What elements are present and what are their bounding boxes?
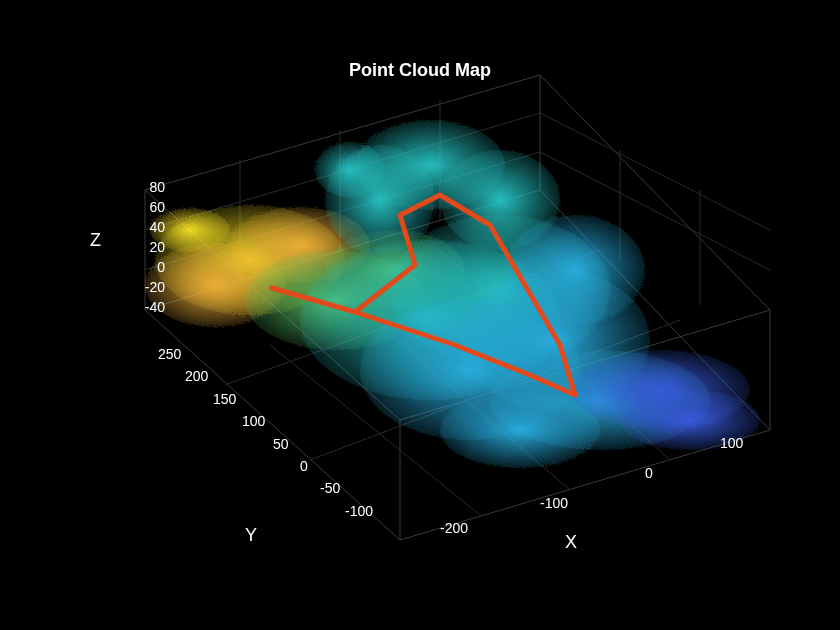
z-tick: -20 [130,279,165,295]
x-tick: -200 [440,520,468,536]
y-tick: 150 [213,391,236,407]
y-tick: 0 [300,458,308,474]
z-axis-label: Z [90,230,101,251]
axes-3d[interactable] [0,0,840,630]
z-tick: 60 [130,199,165,215]
y-tick: -100 [345,503,373,519]
x-tick: 0 [645,465,653,481]
z-tick: 80 [130,179,165,195]
y-tick: 100 [242,413,265,429]
y-tick: 50 [273,436,289,452]
point-cloud [145,120,760,468]
y-tick: 250 [158,346,181,362]
y-axis-label: Y [245,525,257,546]
svg-line-7 [540,113,770,230]
z-tick: -40 [130,299,165,315]
x-axis-label: X [565,532,577,553]
z-tick: 0 [130,259,165,275]
svg-point-34 [440,392,600,468]
y-tick: -50 [320,480,340,496]
svg-point-30 [505,215,645,325]
svg-point-36 [315,142,385,198]
x-tick: 100 [720,435,743,451]
x-tick: -100 [540,495,568,511]
y-tick: 200 [185,368,208,384]
z-tick: 40 [130,219,165,235]
z-tick: 20 [130,239,165,255]
figure: Point Cloud Map [0,0,840,630]
